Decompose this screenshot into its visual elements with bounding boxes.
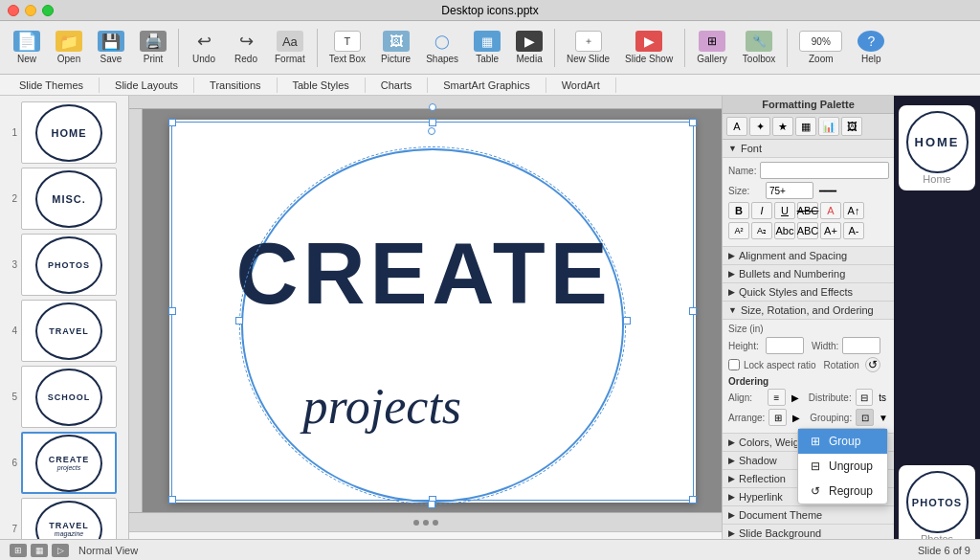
help-button[interactable]: ? Help xyxy=(852,27,890,68)
font-section-header[interactable]: ▼ Font xyxy=(723,140,894,158)
normal-view-icon[interactable]: ⊞ xyxy=(10,544,27,557)
font-name-input[interactable] xyxy=(760,162,889,179)
slide-canvas[interactable]: CREATE projects xyxy=(169,120,696,503)
undo-button[interactable]: ↩ Undo xyxy=(185,27,223,68)
arrange-row: Arrange: ⊞ ▶ Grouping: ⊡ ▼ ⊞ Group ⊟ Ung… xyxy=(728,409,888,426)
toolbox-button[interactable]: 🔧 Toolbox xyxy=(737,27,781,68)
titlebar: Desktop icons.pptx xyxy=(0,0,980,21)
lock-aspect-ratio-row: Lock aspect ratio Rotation ↺ xyxy=(728,357,888,372)
maximize-button[interactable] xyxy=(42,5,54,16)
group-menu-item[interactable]: ⊞ Group xyxy=(798,429,887,454)
window-title: Desktop icons.pptx xyxy=(441,4,538,17)
textbox-button[interactable]: T Text Box xyxy=(323,27,371,68)
sidebar-card-photos[interactable]: PHOTOS Photos xyxy=(899,465,975,550)
shapes-button[interactable]: ◯ Shapes xyxy=(420,27,464,68)
height-input[interactable] xyxy=(766,337,804,354)
open-button[interactable]: 📁 Open xyxy=(50,27,88,68)
subscript-button[interactable]: A₂ xyxy=(751,222,772,239)
quick-styles-section-header[interactable]: ▶ Quick Styles and Effects xyxy=(723,283,894,302)
circle-left-handle[interactable] xyxy=(235,317,243,325)
italic-button[interactable]: I xyxy=(751,202,772,219)
tab-transitions[interactable]: Transitions xyxy=(194,78,277,93)
distribute-btn[interactable]: ⊟ xyxy=(856,389,874,406)
tab-wordart[interactable]: WordArt xyxy=(546,78,616,93)
handle-tl[interactable] xyxy=(168,119,176,126)
slide-thumb-5[interactable]: 5 SCHOOL xyxy=(4,366,124,428)
palette-tool-6[interactable]: 🖼 xyxy=(841,117,862,136)
handle-ml[interactable] xyxy=(168,307,176,315)
handle-tm[interactable] xyxy=(429,119,436,126)
slide-show-button[interactable]: ▶ Slide Show xyxy=(619,27,679,68)
bold-button[interactable]: B xyxy=(728,202,749,219)
handle-mr[interactable] xyxy=(689,307,697,315)
handle-tr[interactable] xyxy=(689,119,697,126)
slide-thumb-2[interactable]: 2 MISC. xyxy=(4,168,124,230)
slide-thumb-6[interactable]: 6 CREATE projects xyxy=(4,432,124,494)
palette-tool-1[interactable]: A xyxy=(726,117,747,136)
tab-slide-themes[interactable]: Slide Themes xyxy=(4,78,100,93)
handle-bm[interactable] xyxy=(429,496,436,504)
font-size-input[interactable] xyxy=(766,182,813,199)
palette-tool-4[interactable]: ▦ xyxy=(795,117,816,136)
font-extra-4[interactable]: A- xyxy=(843,222,864,239)
grouping-dropdown-arrow[interactable]: ▼ xyxy=(879,413,888,423)
zoom-control[interactable]: 90% Zoom xyxy=(793,27,848,68)
font-highlight[interactable]: A+ xyxy=(820,222,841,239)
table-button[interactable]: ▦ Table xyxy=(468,27,506,68)
gallery-button[interactable]: ⊞ Gallery xyxy=(691,27,733,68)
handle-br[interactable] xyxy=(689,496,697,504)
circle-right-handle[interactable] xyxy=(623,317,631,325)
picture-button[interactable]: 🖼 Picture xyxy=(375,27,416,68)
slide-thumb-3[interactable]: 3 PHOTOS xyxy=(4,234,124,296)
document-theme-header[interactable]: ▶ Document Theme xyxy=(723,506,894,525)
bullets-section-header[interactable]: ▶ Bullets and Numbering xyxy=(723,265,894,283)
align-left-btn[interactable]: ≡ xyxy=(768,389,786,406)
presenter-view-icon[interactable]: ▷ xyxy=(52,544,69,557)
new-button[interactable]: 📄 New xyxy=(8,27,46,68)
palette-tool-3[interactable]: ★ xyxy=(772,117,793,136)
save-button[interactable]: 💾 Save xyxy=(92,27,130,68)
grid-view-icon[interactable]: ▦ xyxy=(31,544,48,557)
vertical-ruler xyxy=(129,109,143,512)
minimize-button[interactable] xyxy=(25,5,36,16)
sep2 xyxy=(317,29,318,67)
sep3 xyxy=(554,29,555,67)
canvas-wrapper: CREATE projects xyxy=(129,109,722,512)
size-rotation-section-header[interactable]: ▼ Size, Rotation, and Ordering xyxy=(723,302,894,320)
palette-tool-5[interactable]: 📊 xyxy=(818,117,839,136)
lock-aspect-checkbox[interactable] xyxy=(728,359,740,370)
underline-button[interactable]: U xyxy=(774,202,795,219)
font-color-button[interactable]: A xyxy=(820,202,841,219)
font-size-slider[interactable]: ━━━ xyxy=(819,186,836,196)
font-name-dropdown[interactable]: ▼ xyxy=(893,166,894,176)
font-extra-3[interactable]: ABC xyxy=(797,222,818,239)
new-slide-button[interactable]: ＋ New Slide xyxy=(561,27,615,68)
arrange-btn[interactable]: ⊞ xyxy=(768,409,787,426)
handle-bl[interactable] xyxy=(168,496,176,504)
grouping-btn[interactable]: ⊡ xyxy=(856,409,874,426)
palette-tool-2[interactable]: ✦ xyxy=(749,117,770,136)
tab-slide-layouts[interactable]: Slide Layouts xyxy=(100,78,194,93)
ungroup-menu-item[interactable]: ⊟ Ungroup xyxy=(798,454,887,479)
width-input[interactable] xyxy=(842,337,880,354)
tab-charts[interactable]: Charts xyxy=(366,78,428,93)
tab-smartart[interactable]: SmartArt Graphics xyxy=(428,78,546,93)
format-button[interactable]: Aa Format xyxy=(269,27,311,68)
strikethrough-button[interactable]: ABC xyxy=(797,202,818,219)
sidebar-card-home[interactable]: HOME Home xyxy=(899,105,975,190)
superscript-button[interactable]: A² xyxy=(728,222,749,239)
redo-button[interactable]: ↪ Redo xyxy=(227,27,265,68)
close-button[interactable] xyxy=(8,5,19,16)
circle-bottom-handle[interactable] xyxy=(428,501,435,508)
media-button[interactable]: ▶ Media xyxy=(510,27,548,68)
tab-table-styles[interactable]: Table Styles xyxy=(278,78,366,93)
rotation-icon[interactable]: ↺ xyxy=(865,357,880,372)
print-button[interactable]: 🖨️ Print xyxy=(134,27,172,68)
font-extra-2[interactable]: Abc xyxy=(774,222,795,239)
alignment-section-header[interactable]: ▶ Alignment and Spacing xyxy=(723,247,894,265)
circle-top-handle[interactable] xyxy=(428,127,435,135)
font-extra-1[interactable]: A↑ xyxy=(843,202,864,219)
regroup-menu-item[interactable]: ↺ Regroup xyxy=(798,479,887,504)
slide-thumb-1[interactable]: 1 HOME xyxy=(4,101,124,164)
slide-thumb-4[interactable]: 4 TRAVEL xyxy=(4,300,124,362)
